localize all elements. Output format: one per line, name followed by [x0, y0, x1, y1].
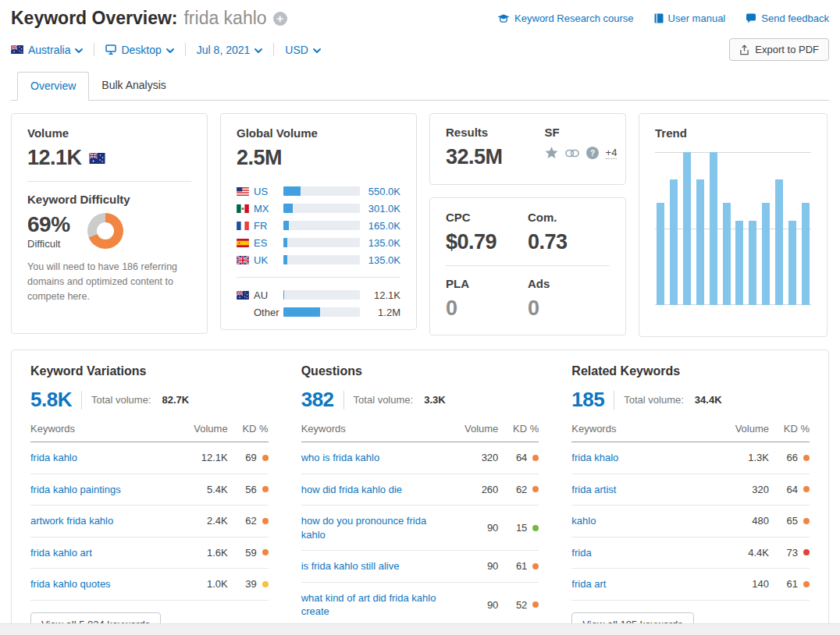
- volume-column-header: Volume: [450, 423, 498, 435]
- country-code-link[interactable]: UK: [254, 254, 283, 266]
- book-icon: [654, 13, 664, 23]
- keyword-link[interactable]: frida kahlo art: [30, 546, 180, 560]
- tab-bulk-analysis[interactable]: Bulk Analysis: [89, 72, 178, 101]
- trend-bar: [696, 179, 704, 305]
- keyword-tables-card: Keyword Variations5.8KTotal volume:82.7K…: [11, 349, 829, 635]
- divider: [614, 391, 614, 410]
- competition-metric: Com. 0.73: [528, 211, 610, 254]
- australia-flag-icon: [89, 153, 105, 164]
- keyword-volume: 90: [450, 599, 498, 611]
- table-header-row: KeywordsVolumeKD %: [301, 412, 539, 442]
- country-code-link[interactable]: FR: [254, 220, 283, 232]
- keyword-difficulty-cell: 61: [498, 560, 539, 572]
- keyword-link[interactable]: frida art: [571, 577, 721, 591]
- keyword-link[interactable]: frida artist: [571, 483, 721, 497]
- date-filter-dropdown[interactable]: Jul 8, 2021: [197, 44, 263, 56]
- keyword-volume: 2.4K: [180, 515, 228, 527]
- star-icon: [545, 147, 558, 159]
- global-volume-row: FR165.0K: [237, 217, 400, 234]
- kd-value: 39: [245, 578, 256, 590]
- global-volume-value: 2.5M: [237, 146, 400, 170]
- currency-filter-label: USD: [285, 44, 308, 56]
- page-header: Keyword Overview: frida kahlo + Keyword …: [11, 8, 829, 29]
- country-code-link: AU: [254, 289, 283, 301]
- divider: [27, 181, 191, 182]
- competition-label: Com.: [528, 211, 610, 224]
- kd-value: 66: [787, 452, 798, 463]
- keyword-link[interactable]: frida kahlo quotes: [30, 577, 180, 591]
- currency-filter-dropdown[interactable]: USD: [285, 44, 321, 56]
- keyword-research-course-link[interactable]: Keyword Research course: [497, 12, 633, 24]
- kd-dot-icon: [532, 525, 539, 531]
- keyword-difficulty-cell: 39: [228, 578, 269, 590]
- user-manual-link[interactable]: User manual: [654, 12, 726, 24]
- country-volume-bar-fill: [283, 238, 287, 247]
- country-code-link[interactable]: US: [254, 186, 283, 197]
- keyword-link[interactable]: frida kahlo: [30, 451, 180, 465]
- nav-link-label: Send feedback: [761, 12, 829, 24]
- kd-value: 69: [245, 452, 256, 463]
- section-title: Keyword Variations: [30, 364, 269, 378]
- uk-flag-icon: [237, 256, 254, 264]
- link-icon: [565, 149, 579, 158]
- keywords-column-header: Keywords: [301, 423, 450, 435]
- section-count: 5.8K: [30, 388, 72, 412]
- divider: [446, 265, 610, 266]
- country-volume-value[interactable]: 301.0K: [360, 203, 400, 215]
- keyword-link[interactable]: kahlo: [571, 514, 721, 528]
- keyword-link[interactable]: how do you pronounce frida kahlo: [301, 514, 450, 541]
- difficulty-donut-chart: [87, 213, 123, 249]
- device-filter-label: Desktop: [121, 44, 161, 56]
- table-row: frida artist32064: [571, 474, 810, 506]
- keyword-link[interactable]: frida kahlo paintings: [30, 483, 180, 497]
- country-volume-value[interactable]: 135.0K: [360, 254, 400, 266]
- keyword-volume: 1.3K: [721, 452, 769, 463]
- location-filter-dropdown[interactable]: Australia: [11, 44, 83, 56]
- country-volume-value[interactable]: 550.0K: [360, 186, 400, 197]
- keyword-link[interactable]: is frida kahlo still alive: [301, 559, 450, 573]
- keyword-link[interactable]: what kind of art did frida kahlo create: [301, 591, 450, 619]
- volume-column-header: Volume: [721, 423, 769, 435]
- chevron-down-icon: [166, 48, 174, 53]
- trend-bar: [710, 152, 717, 305]
- keyword-link[interactable]: frida: [571, 546, 721, 560]
- keyword-difficulty-cell: 73: [769, 547, 810, 559]
- device-filter-dropdown[interactable]: Desktop: [105, 44, 173, 56]
- country-volume-value[interactable]: 135.0K: [360, 237, 400, 249]
- keyword-link[interactable]: how did frida kahlo die: [301, 483, 450, 497]
- export-to-pdf-button[interactable]: Export to PDF: [729, 38, 829, 61]
- trend-bar: [657, 203, 664, 305]
- tab-overview[interactable]: Overview: [17, 72, 89, 101]
- filter-divider: [185, 43, 186, 56]
- keyword-link[interactable]: artwork frida kahlo: [30, 514, 180, 528]
- trend-bar: [775, 179, 783, 305]
- keyword-link[interactable]: frida khalo: [571, 451, 721, 465]
- table-header-row: KeywordsVolumeKD %: [571, 412, 810, 442]
- svg-text:?: ?: [589, 149, 594, 158]
- serp-features-more[interactable]: +4: [606, 147, 618, 159]
- keyword-difficulty-cell: 64: [498, 452, 539, 463]
- section-count: 185: [571, 388, 604, 412]
- global-volume-rows: US550.0KMX301.0KFR165.0KES135.0KUK135.0K…: [237, 183, 400, 321]
- keyword-difficulty-cell: 56: [228, 484, 269, 495]
- date-filter-label: Jul 8, 2021: [197, 44, 251, 56]
- country-volume-bar-fill: [283, 255, 287, 264]
- trend-bar: [802, 203, 810, 305]
- keyword-volume: 1.0K: [180, 578, 228, 590]
- kd-value: 64: [516, 452, 527, 463]
- country-volume-value[interactable]: 165.0K: [360, 220, 400, 232]
- country-volume-bar-fill: [283, 221, 289, 230]
- country-volume-value: 12.1K: [360, 289, 400, 301]
- send-feedback-link[interactable]: Send feedback: [746, 12, 829, 24]
- filter-bar: Australia Desktop Jul 8, 2021 USD Expo: [11, 38, 829, 61]
- add-keyword-icon[interactable]: +: [273, 12, 287, 26]
- country-code-link[interactable]: ES: [254, 237, 283, 249]
- table-header-row: KeywordsVolumeKD %: [30, 412, 269, 442]
- country-code-link[interactable]: MX: [254, 203, 283, 215]
- table-row: frida khalo1.3K66: [571, 442, 810, 474]
- keyword-link[interactable]: who is frida kahlo: [301, 451, 450, 465]
- trend-bar: [749, 221, 756, 305]
- keyword-volume: 90: [450, 522, 498, 534]
- kd-dot-icon: [803, 581, 810, 587]
- export-button-label: Export to PDF: [755, 44, 819, 55]
